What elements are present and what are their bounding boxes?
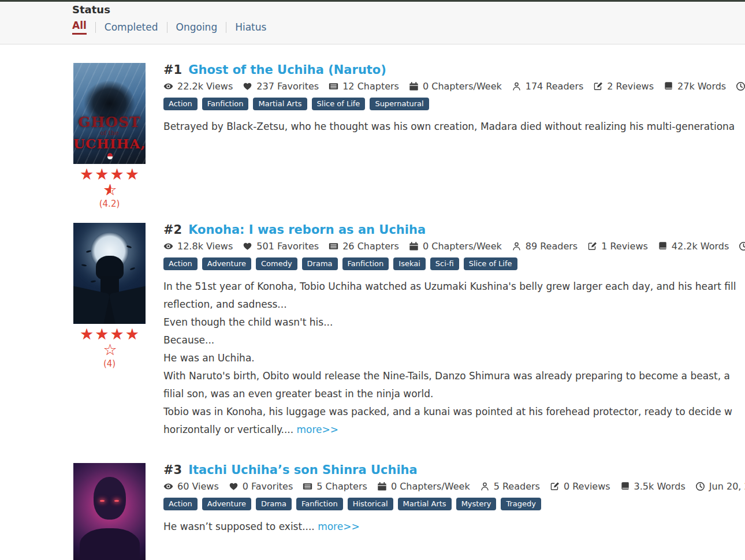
frequency-label: 0 Chapters/Week bbox=[391, 481, 470, 492]
tag-link[interactable]: Fanfiction bbox=[342, 257, 389, 270]
words-stat: 42.2k Words bbox=[658, 241, 729, 252]
tag-link[interactable]: Drama bbox=[256, 498, 292, 510]
tab-divider bbox=[167, 22, 167, 33]
frequency-stat: 0 Chapters/Week bbox=[409, 241, 502, 252]
clock-icon bbox=[739, 241, 745, 251]
chapters-stat: 12 Chapters bbox=[329, 81, 399, 92]
tab-ongoing[interactable]: Ongoing bbox=[176, 21, 218, 33]
story-description: Betrayed by Black-Zetsu, who he thought … bbox=[163, 118, 745, 136]
chapters-stat: 26 Chapters bbox=[329, 241, 399, 252]
story-item: ★★★★☆ (4) #2 Konoha: I was reborn as an … bbox=[0, 223, 745, 439]
tag-link[interactable]: Fanfiction bbox=[296, 498, 343, 510]
favorites-stat: 501 Favorites bbox=[243, 241, 319, 252]
story-details: #3 Itachi Uchiha’s son Shinra Uchiha 60 … bbox=[163, 463, 745, 560]
tab-divider bbox=[226, 22, 226, 33]
tag-link[interactable]: Slice of Life bbox=[464, 257, 517, 270]
crow-art bbox=[130, 267, 135, 271]
description-line: With Naruto's birth, Obito would release… bbox=[163, 367, 745, 385]
words-label: 3.5k Words bbox=[634, 481, 686, 492]
star-full-icon: ★ bbox=[95, 326, 109, 342]
cover-column: ★★★★☆ bbox=[73, 463, 146, 560]
readers-label: 174 Readers bbox=[526, 81, 584, 92]
tag-link[interactable]: Action bbox=[163, 98, 198, 110]
crow-art bbox=[81, 264, 87, 267]
cover-column: GHOST of the UCHIHA, ★★★★☆★ (4.2) bbox=[73, 63, 146, 209]
words-stat: 3.5k Words bbox=[620, 481, 686, 492]
frequency-label: 0 Chapters/Week bbox=[423, 81, 502, 92]
tag-link[interactable]: Slice of Life bbox=[312, 98, 366, 110]
star-half-icon: ☆★ bbox=[103, 182, 117, 197]
tag-link[interactable]: Supernatural bbox=[370, 98, 429, 110]
chapters-label: 26 Chapters bbox=[342, 241, 399, 252]
chapters-icon bbox=[303, 481, 312, 491]
status-filter-bar: Status All Completed Ongoing Hiatus bbox=[0, 2, 745, 44]
tab-hiatus[interactable]: Hiatus bbox=[235, 21, 266, 33]
story-title-link[interactable]: Ghost of the Uchiha (Naruto) bbox=[188, 63, 386, 77]
heart-icon bbox=[243, 81, 252, 91]
readers-stat: 5 Readers bbox=[480, 481, 540, 492]
rating-value: (4) bbox=[73, 359, 146, 369]
reviews-stat: 0 Reviews bbox=[550, 481, 610, 492]
tag-link[interactable]: Historical bbox=[348, 498, 393, 510]
words-label: 27k Words bbox=[677, 81, 726, 92]
frequency-stat: 0 Chapters/Week bbox=[409, 81, 502, 92]
views-stat: 12.8k Views bbox=[163, 241, 233, 252]
story-details: #1 Ghost of the Uchiha (Naruto) 22.2k Vi… bbox=[163, 63, 745, 209]
title-row: #3 Itachi Uchiha’s son Shinra Uchiha bbox=[163, 463, 745, 477]
tab-divider bbox=[95, 22, 96, 33]
tag-link[interactable]: Action bbox=[163, 257, 198, 270]
star-full-icon: ★ bbox=[80, 326, 94, 342]
story-cover-image[interactable] bbox=[73, 463, 146, 560]
tag-link[interactable]: Tragedy bbox=[501, 498, 541, 510]
tag-link[interactable]: Adventure bbox=[202, 498, 251, 510]
tag-link[interactable]: Adventure bbox=[202, 257, 251, 270]
story-description: In the 51st year of Konoha, Tobio Uchiha… bbox=[163, 278, 745, 439]
tab-all[interactable]: All bbox=[72, 20, 87, 35]
reviews-stat: 2 Reviews bbox=[593, 81, 654, 92]
eye-icon bbox=[163, 81, 173, 91]
tag-link[interactable]: Isekai bbox=[393, 257, 425, 270]
tag-link[interactable]: Mystery bbox=[456, 498, 497, 510]
reviews-label: 2 Reviews bbox=[607, 81, 654, 92]
tag-link[interactable]: Drama bbox=[302, 257, 338, 270]
eye-icon bbox=[163, 481, 173, 491]
more-link[interactable]: more>> bbox=[297, 424, 339, 435]
description-line: reflection, and sadness... bbox=[163, 296, 745, 313]
story-title-link[interactable]: Itachi Uchiha’s son Shinra Uchiha bbox=[188, 463, 418, 477]
readers-stat: 89 Readers bbox=[512, 241, 578, 252]
story-cover-image[interactable] bbox=[73, 223, 146, 324]
views-label: 12.8k Views bbox=[177, 241, 233, 252]
frequency-stat: 0 Chapters/Week bbox=[377, 481, 470, 492]
views-stat: 60 Views bbox=[163, 481, 219, 492]
date-label: Jun 20, 2025 bbox=[709, 481, 745, 492]
story-rank: #2 bbox=[163, 223, 182, 237]
tag-link[interactable]: Action bbox=[163, 498, 198, 510]
review-icon bbox=[593, 81, 603, 91]
description-line: He was an Uchiha. bbox=[163, 349, 745, 367]
tag-link[interactable]: Martial Arts bbox=[398, 498, 452, 510]
tag-link[interactable]: Comedy bbox=[256, 257, 297, 270]
story-cover-image[interactable]: GHOST of the UCHIHA, bbox=[73, 63, 146, 164]
story-rank: #3 bbox=[163, 463, 182, 477]
more-link[interactable]: more>> bbox=[318, 521, 360, 532]
description-text: horizontally or vertically.... bbox=[163, 424, 297, 435]
portrait-art bbox=[80, 528, 140, 560]
story-list: GHOST of the UCHIHA, ★★★★☆★ (4.2) #1 Gho… bbox=[0, 44, 745, 560]
cover-art-text: GHOST of the UCHIHA, bbox=[73, 114, 146, 151]
story-item: GHOST of the UCHIHA, ★★★★☆★ (4.2) #1 Gho… bbox=[0, 63, 745, 209]
words-stat: 27k Words bbox=[664, 81, 726, 92]
tag-link[interactable]: Sci-fi bbox=[430, 257, 459, 270]
tag-link[interactable]: Martial Arts bbox=[253, 98, 307, 110]
description-text: He wasn’t supposed to exist.... bbox=[163, 521, 318, 532]
favorites-stat: 237 Favorites bbox=[243, 81, 319, 92]
description-line: Betrayed by Black-Zetsu, who he thought … bbox=[163, 118, 745, 136]
story-rank: #1 bbox=[163, 63, 182, 77]
frequency-label: 0 Chapters/Week bbox=[423, 241, 502, 252]
tab-completed[interactable]: Completed bbox=[105, 21, 158, 33]
tag-link[interactable]: Fanfiction bbox=[202, 98, 249, 110]
story-tags: Action Adventure Comedy Drama Fanfiction… bbox=[163, 257, 745, 270]
story-title-link[interactable]: Konoha: I was reborn as an Uchiha bbox=[188, 223, 426, 237]
star-full-icon: ★ bbox=[80, 166, 94, 182]
rating-stars: ★★★★☆ bbox=[73, 326, 146, 357]
favorites-label: 0 Favorites bbox=[243, 481, 293, 492]
